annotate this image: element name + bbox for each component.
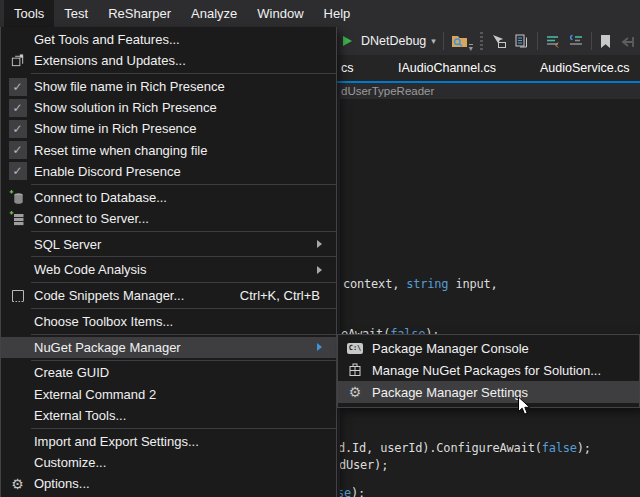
tab-iaudiochannel-cs[interactable]: IAudioChannel.cs	[390, 55, 504, 81]
mouse-cursor	[517, 396, 532, 417]
checkmark-icon: ✓	[9, 141, 27, 159]
bookmark-icon[interactable]	[599, 34, 612, 49]
menu-item-label: Choose Toolbox Items...	[34, 314, 326, 329]
toolbar-separator	[591, 32, 592, 50]
submenu-item-manage-nuget-packages-for-solution[interactable]: Manage NuGet Packages for Solution...	[338, 359, 639, 381]
menubar-item-resharper[interactable]: ReSharper	[98, 0, 181, 27]
menu-item-enable-discord-presence[interactable]: ✓Enable Discord Presence	[1, 161, 336, 182]
solution-configuration-dropdown[interactable]: DNetDebug ▾	[361, 34, 436, 48]
console-icon: C:\	[347, 343, 364, 354]
tab-audioservice-cs[interactable]: AudioService.cs	[532, 55, 638, 81]
gear-icon: ⚙	[11, 477, 24, 491]
menu-bar: ToolsTestReSharperAnalyzeWindowHelp	[0, 0, 640, 27]
menu-item-code-snippets-manager[interactable]: Code Snippets Manager...Ctrl+K, Ctrl+B	[1, 285, 336, 306]
menubar-item-test[interactable]: Test	[54, 0, 98, 27]
go-to-edit-icon[interactable]	[490, 34, 507, 49]
menu-item-nuget-package-manager[interactable]: NuGet Package Manager	[1, 337, 336, 358]
shortcut-label: Ctrl+K, Ctrl+B	[240, 288, 320, 303]
menu-item-label: NuGet Package Manager	[34, 340, 311, 355]
menu-item-label: Web Code Analysis	[34, 262, 311, 277]
menu-separator	[31, 256, 336, 257]
menu-item-show-time-in-rich-presence[interactable]: ✓Show time in Rich Presence	[1, 118, 336, 139]
start-debugging-icon[interactable]	[340, 34, 354, 48]
code-segment: dUser);	[339, 458, 388, 472]
menu-separator	[31, 360, 336, 361]
code-line: se);	[337, 486, 365, 497]
menu-item-label: Create GUID	[34, 365, 326, 380]
format-code-icon[interactable]	[545, 34, 561, 48]
menu-item-customize[interactable]: Customize...	[1, 452, 336, 473]
menu-item-label: Code Snippets Manager...	[34, 288, 240, 303]
menu-item-label: Package Manager Settings	[372, 385, 629, 400]
silent-format-code-icon[interactable]	[568, 34, 584, 48]
menu-item-import-and-export-settings[interactable]: Import and Export Settings...	[1, 431, 336, 452]
menu-item-label: SQL Server	[34, 237, 311, 252]
find-dropdown-icon[interactable]: ▾	[469, 44, 473, 53]
menu-separator	[31, 308, 336, 309]
code-line: context, string input,	[343, 277, 498, 291]
code-line: d.Id, userId).ConfigureAwait(false);	[338, 441, 591, 455]
menu-item-label: Import and Export Settings...	[34, 434, 326, 449]
menu-item-sql-server[interactable]: SQL Server	[1, 233, 336, 254]
menu-item-extensions-and-updates[interactable]: Extensions and Updates...	[1, 50, 336, 71]
menu-item-reset-time-when-changing-file[interactable]: ✓Reset time when changing file	[1, 140, 336, 161]
checkmark-icon: ✓	[1, 99, 34, 117]
menubar-item-window[interactable]: Window	[247, 0, 313, 27]
copy-code-icon[interactable]	[514, 33, 530, 49]
menu-item-label: Extensions and Updates...	[34, 53, 326, 68]
menu-item-label: Get Tools and Features...	[34, 32, 326, 47]
solution-configuration-label: DNetDebug	[361, 34, 426, 48]
gear-icon: ⚙	[349, 385, 362, 399]
toolbar-separator	[537, 32, 538, 50]
code-segment: );	[577, 441, 591, 455]
toolbar-grip[interactable]	[480, 32, 483, 50]
menu-item-external-tools[interactable]: External Tools...	[1, 405, 336, 426]
code-line: dUser);	[339, 458, 388, 472]
console-icon: C:\	[338, 343, 372, 354]
menu-separator	[31, 334, 336, 335]
find-in-files-icon[interactable]	[451, 33, 468, 49]
menu-item-external-command-2[interactable]: External Command 2	[1, 384, 336, 405]
breadcrumb[interactable]: dUserTypeReader	[341, 85, 434, 97]
nuget-package-manager-submenu: C:\Package Manager ConsoleManage NuGet P…	[337, 334, 640, 408]
server-icon	[1, 210, 34, 227]
menu-item-label: Connect to Server...	[34, 211, 326, 226]
menu-item-label: External Tools...	[34, 408, 326, 423]
gear-icon: ⚙	[338, 385, 372, 399]
code-segment: string	[406, 277, 448, 291]
menu-separator	[31, 231, 336, 232]
menu-item-web-code-analysis[interactable]: Web Code Analysis	[1, 259, 336, 280]
tab-cs[interactable]: cs	[333, 55, 362, 81]
checkmark-icon: ✓	[1, 162, 34, 180]
menu-item-connect-to-server[interactable]: Connect to Server...	[1, 208, 336, 229]
snippets-icon	[1, 288, 34, 304]
checkmark-icon: ✓	[1, 141, 34, 159]
submenu-item-package-manager-console[interactable]: C:\Package Manager Console	[338, 337, 639, 359]
menu-item-label: Show time in Rich Presence	[34, 121, 326, 136]
tools-menu: Get Tools and Features...Extensions and …	[0, 27, 337, 497]
menu-item-get-tools-and-features[interactable]: Get Tools and Features...	[1, 29, 336, 50]
chevron-down-icon: ▾	[431, 37, 436, 46]
menu-item-options[interactable]: ⚙Options...	[1, 473, 336, 494]
nuget-package-icon	[338, 362, 372, 378]
toolbar-separator	[443, 32, 444, 50]
gear-icon: ⚙	[1, 477, 34, 491]
checkmark-icon: ✓	[1, 120, 34, 138]
code-segment: false	[542, 441, 577, 455]
submenu-arrow-icon	[317, 240, 326, 248]
menu-item-label: Show file name in Rich Presence	[34, 79, 326, 94]
menu-item-choose-toolbox-items[interactable]: Choose Toolbox Items...	[1, 311, 336, 332]
submenu-arrow-icon	[317, 266, 326, 274]
menu-item-label: Connect to Database...	[34, 190, 326, 205]
menu-item-label: Reset time when changing file	[34, 143, 326, 158]
menu-item-create-guid[interactable]: Create GUID	[1, 362, 336, 383]
submenu-item-package-manager-settings[interactable]: ⚙Package Manager Settings	[338, 381, 639, 403]
extensions-icon	[1, 53, 34, 68]
toolbar: DNetDebug ▾ ▾	[337, 27, 640, 55]
menu-item-show-file-name-in-rich-presence[interactable]: ✓Show file name in Rich Presence	[1, 76, 336, 97]
menubar-item-analyze[interactable]: Analyze	[181, 0, 247, 27]
menu-item-show-solution-in-rich-presence[interactable]: ✓Show solution in Rich Presence	[1, 97, 336, 118]
menubar-item-tools[interactable]: Tools	[4, 0, 54, 27]
menu-item-connect-to-database[interactable]: Connect to Database...	[1, 187, 336, 208]
menubar-item-help[interactable]: Help	[314, 0, 361, 27]
